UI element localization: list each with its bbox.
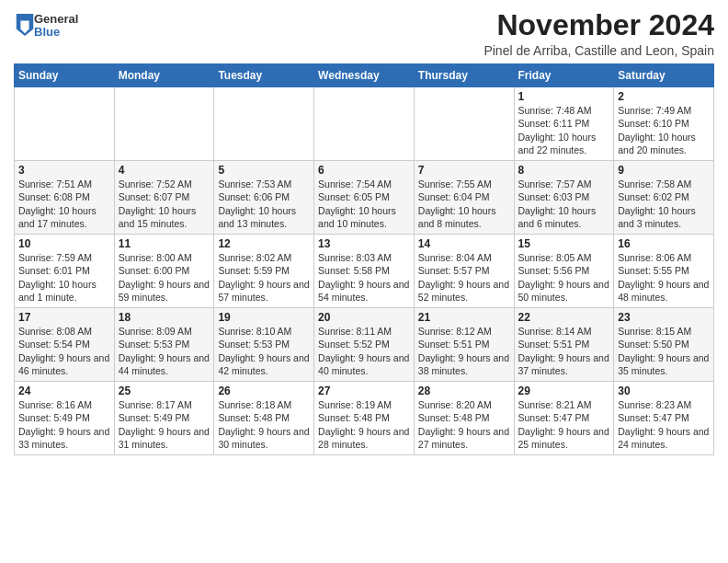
table-row: 1Sunrise: 7:48 AMSunset: 6:11 PMDaylight… [514,87,614,161]
table-row: 6Sunrise: 7:54 AMSunset: 6:05 PMDaylight… [314,161,415,235]
table-row: 9Sunrise: 7:58 AMSunset: 6:02 PMDaylight… [614,161,714,235]
table-row: 27Sunrise: 8:19 AMSunset: 5:48 PMDayligh… [314,382,415,455]
table-row: 2Sunrise: 7:49 AMSunset: 6:10 PMDaylight… [614,87,714,161]
table-row [15,87,115,161]
day-number: 30 [618,385,710,397]
day-info: Sunrise: 7:55 AMSunset: 6:04 PMDaylight:… [418,178,510,230]
day-number: 2 [618,90,710,103]
table-row: 13Sunrise: 8:03 AMSunset: 5:58 PMDayligh… [314,235,415,308]
table-row: 17Sunrise: 8:08 AMSunset: 5:54 PMDayligh… [15,308,115,382]
day-info: Sunrise: 8:04 AMSunset: 5:57 PMDaylight:… [418,251,510,304]
day-number: 19 [218,311,310,324]
day-number: 4 [119,164,210,177]
day-info: Sunrise: 8:08 AMSunset: 5:54 PMDaylight:… [18,325,110,377]
day-number: 11 [119,237,210,250]
page-header: General Blue November 2024 Pinel de Arri… [14,9,714,58]
day-info: Sunrise: 8:06 AMSunset: 5:55 PMDaylight:… [618,251,710,304]
day-number: 20 [318,311,410,324]
day-number: 10 [18,237,110,250]
calendar-table: Sunday Monday Tuesday Wednesday Thursday… [14,63,714,455]
day-number: 12 [218,237,310,250]
month-title: November 2024 [483,9,714,41]
day-number: 24 [18,385,110,397]
day-number: 22 [518,311,610,324]
day-info: Sunrise: 7:58 AMSunset: 6:02 PMDaylight:… [618,178,710,230]
table-row [414,87,514,161]
table-row: 14Sunrise: 8:04 AMSunset: 5:57 PMDayligh… [414,235,514,308]
day-number: 28 [418,385,510,397]
day-info: Sunrise: 8:05 AMSunset: 5:56 PMDaylight:… [518,251,610,304]
logo-text: General Blue [34,13,78,40]
logo-blue: Blue [34,26,78,39]
day-info: Sunrise: 8:00 AMSunset: 6:00 PMDaylight:… [119,251,210,304]
day-number: 26 [218,385,310,397]
day-info: Sunrise: 7:51 AMSunset: 6:08 PMDaylight:… [18,178,110,230]
logo-icon [16,14,34,36]
day-number: 17 [18,311,110,324]
day-info: Sunrise: 8:15 AMSunset: 5:50 PMDaylight:… [618,325,710,377]
day-info: Sunrise: 8:21 AMSunset: 5:47 PMDaylight:… [518,398,610,451]
day-number: 23 [618,311,710,324]
table-row: 19Sunrise: 8:10 AMSunset: 5:53 PMDayligh… [214,308,314,382]
calendar-week-5: 24Sunrise: 8:16 AMSunset: 5:49 PMDayligh… [15,382,714,455]
day-info: Sunrise: 8:18 AMSunset: 5:48 PMDaylight:… [218,398,310,451]
table-row: 28Sunrise: 8:20 AMSunset: 5:48 PMDayligh… [414,382,514,455]
table-row: 20Sunrise: 8:11 AMSunset: 5:52 PMDayligh… [314,308,415,382]
col-monday: Monday [114,64,214,87]
table-row: 5Sunrise: 7:53 AMSunset: 6:06 PMDaylight… [214,161,314,235]
day-info: Sunrise: 7:57 AMSunset: 6:03 PMDaylight:… [518,178,610,230]
col-tuesday: Tuesday [214,64,314,87]
calendar-week-1: 1Sunrise: 7:48 AMSunset: 6:11 PMDaylight… [15,87,714,161]
day-info: Sunrise: 8:10 AMSunset: 5:53 PMDaylight:… [218,325,310,377]
table-row [114,87,214,161]
day-number: 7 [418,164,510,177]
day-number: 25 [119,385,210,397]
day-info: Sunrise: 8:11 AMSunset: 5:52 PMDaylight:… [318,325,410,377]
table-row: 3Sunrise: 7:51 AMSunset: 6:08 PMDaylight… [15,161,115,235]
day-info: Sunrise: 7:54 AMSunset: 6:05 PMDaylight:… [318,178,410,230]
day-info: Sunrise: 8:19 AMSunset: 5:48 PMDaylight:… [318,398,410,451]
calendar-header-row: Sunday Monday Tuesday Wednesday Thursday… [15,64,714,87]
table-row: 25Sunrise: 8:17 AMSunset: 5:49 PMDayligh… [114,382,214,455]
col-friday: Friday [514,64,614,87]
day-info: Sunrise: 7:52 AMSunset: 6:07 PMDaylight:… [119,178,210,230]
day-info: Sunrise: 8:03 AMSunset: 5:58 PMDaylight:… [318,251,410,304]
day-number: 5 [218,164,310,177]
day-info: Sunrise: 8:09 AMSunset: 5:53 PMDaylight:… [119,325,210,377]
col-saturday: Saturday [614,64,714,87]
day-number: 6 [318,164,410,177]
day-number: 3 [18,164,110,177]
table-row [314,87,415,161]
day-number: 14 [418,237,510,250]
day-info: Sunrise: 8:02 AMSunset: 5:59 PMDaylight:… [218,251,310,304]
location: Pinel de Arriba, Castille and Leon, Spai… [483,43,714,58]
table-row: 24Sunrise: 8:16 AMSunset: 5:49 PMDayligh… [15,382,115,455]
calendar-week-2: 3Sunrise: 7:51 AMSunset: 6:08 PMDaylight… [15,161,714,235]
day-info: Sunrise: 8:12 AMSunset: 5:51 PMDaylight:… [418,325,510,377]
table-row: 29Sunrise: 8:21 AMSunset: 5:47 PMDayligh… [514,382,614,455]
day-number: 9 [618,164,710,177]
day-info: Sunrise: 7:48 AMSunset: 6:11 PMDaylight:… [518,104,610,156]
calendar-week-3: 10Sunrise: 7:59 AMSunset: 6:01 PMDayligh… [15,235,714,308]
day-info: Sunrise: 8:14 AMSunset: 5:51 PMDaylight:… [518,325,610,377]
day-info: Sunrise: 8:20 AMSunset: 5:48 PMDaylight:… [418,398,510,451]
day-info: Sunrise: 7:49 AMSunset: 6:10 PMDaylight:… [618,104,710,156]
table-row: 22Sunrise: 8:14 AMSunset: 5:51 PMDayligh… [514,308,614,382]
day-info: Sunrise: 8:17 AMSunset: 5:49 PMDaylight:… [119,398,210,451]
day-number: 8 [518,164,610,177]
table-row: 12Sunrise: 8:02 AMSunset: 5:59 PMDayligh… [214,235,314,308]
table-row: 8Sunrise: 7:57 AMSunset: 6:03 PMDaylight… [514,161,614,235]
table-row: 10Sunrise: 7:59 AMSunset: 6:01 PMDayligh… [15,235,115,308]
table-row: 15Sunrise: 8:05 AMSunset: 5:56 PMDayligh… [514,235,614,308]
col-wednesday: Wednesday [314,64,415,87]
table-row [214,87,314,161]
table-row: 23Sunrise: 8:15 AMSunset: 5:50 PMDayligh… [614,308,714,382]
day-number: 27 [318,385,410,397]
day-number: 29 [518,385,610,397]
title-section: November 2024 Pinel de Arriba, Castille … [483,9,714,58]
table-row: 21Sunrise: 8:12 AMSunset: 5:51 PMDayligh… [414,308,514,382]
day-info: Sunrise: 7:53 AMSunset: 6:06 PMDaylight:… [218,178,310,230]
day-number: 18 [119,311,210,324]
col-sunday: Sunday [15,64,115,87]
day-info: Sunrise: 8:16 AMSunset: 5:49 PMDaylight:… [18,398,110,451]
